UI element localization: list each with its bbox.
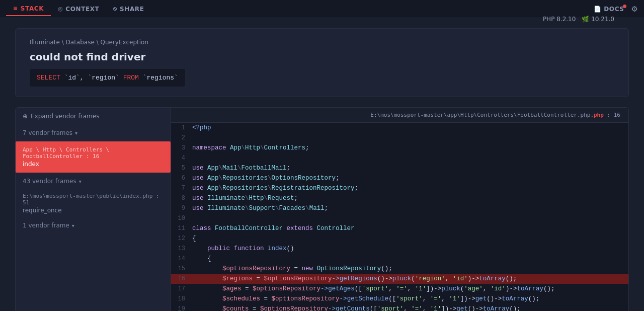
code-line: 3namespace App\Http\Controllers; [171, 143, 628, 153]
line-content [192, 218, 628, 219]
laravel-version: 🌿 10.21.0 [582, 16, 614, 23]
code-line: 8use Illuminate\Http\Request; [171, 193, 628, 203]
line-number: 14 [171, 255, 192, 262]
line-number: 17 [171, 285, 192, 292]
line-number: 6 [171, 175, 192, 182]
line-number: 10 [171, 215, 192, 222]
code-line: 6use App\Repositories\OptionsRepository; [171, 173, 628, 183]
code-body[interactable]: 1<?php23namespace App\Http\Controllers;4… [171, 123, 628, 311]
line-content: $ages = $optionsRepository->getAges(['sp… [192, 285, 628, 293]
frame3-path: E:\mos\mossport-master\public\index.php … [23, 193, 164, 206]
settings-button[interactable]: ⚙ [631, 5, 638, 14]
code-line: 2 [171, 133, 628, 143]
active-frame-path: App \ Http \ Controllers \ FootballContr… [23, 146, 164, 160]
line-number: 13 [171, 245, 192, 252]
line-content: $regions = $optionsRepository->getRegion… [192, 275, 628, 283]
exception-class: Illuminate \ Database \ QueryException [30, 39, 614, 46]
sql-from-keyword: FROM [123, 74, 139, 82]
code-line: 12{ [171, 234, 628, 244]
line-content: use App\Repositories\RegistrationReposit… [192, 184, 628, 192]
line-number: 15 [171, 265, 192, 272]
code-line: 11class FootballController extends Contr… [171, 223, 628, 234]
exception-message: could not find driver [30, 51, 614, 63]
line-number: 19 [171, 305, 192, 311]
code-line: 16 $regions = $optionsRepository->getReg… [171, 274, 628, 284]
sql-select-keyword: SELECT [37, 74, 60, 82]
line-number: 18 [171, 295, 192, 302]
line-number: 12 [171, 235, 192, 242]
code-line: 4 [171, 153, 628, 163]
code-line: 17 $ages = $optionsRepository->getAges([… [171, 284, 628, 294]
expand-icon: ⊕ [23, 113, 28, 120]
line-content: <?php [192, 124, 628, 132]
nav-right: 📄 DOCS ⚙ [594, 5, 638, 14]
code-line: 10 [171, 213, 628, 223]
line-content [192, 137, 628, 138]
version-info: PHP 8.2.10 🌿 10.21.0 [543, 16, 614, 23]
line-content: use Illuminate\Support\Facades\Mail; [192, 204, 628, 212]
code-line: 15 $optionsRepository = new OptionsRepos… [171, 264, 628, 274]
main-content: ⊕ Expand vendor frames 7 vendor frames ▾… [15, 107, 629, 311]
docs-button[interactable]: 📄 DOCS [594, 6, 624, 13]
vendor-group-1[interactable]: 7 vendor frames ▾ [16, 125, 171, 140]
nav-stack[interactable]: ≡ STACK [6, 2, 51, 16]
line-content [192, 158, 628, 159]
expand-vendor-frames[interactable]: ⊕ Expand vendor frames [16, 108, 171, 125]
error-panel: PHP 8.2.10 🌿 10.21.0 Illuminate \ Databa… [15, 28, 629, 97]
code-panel: E:\mos\mossport-master\app\Http\Controll… [171, 107, 629, 311]
code-line: 13 public function index() [171, 244, 628, 254]
active-frame[interactable]: App \ Http \ Controllers \ FootballContr… [16, 141, 171, 173]
code-file-path: E:\mos\mossport-master\app\Http\Controll… [171, 108, 628, 123]
chevron-down-icon-3: ▾ [72, 223, 74, 228]
line-number: 5 [171, 165, 192, 172]
line-number: 4 [171, 154, 192, 162]
nav-share[interactable]: ⎋ SHARE [106, 3, 151, 16]
active-frame-method: index [23, 161, 164, 168]
line-number: 2 [171, 134, 192, 141]
line-number: 1 [171, 124, 192, 131]
frame3-method: require_once [23, 207, 164, 214]
gear-icon: ⚙ [631, 5, 638, 14]
share-icon: ⎋ [113, 6, 117, 12]
line-content: use App\Repositories\OptionsRepository; [192, 174, 628, 182]
line-content: class FootballController extends Control… [192, 224, 628, 232]
frame-index-php[interactable]: E:\mos\mossport-master\public\index.php … [16, 189, 171, 218]
line-content: { [192, 235, 628, 243]
stack-panel: ⊕ Expand vendor frames 7 vendor frames ▾… [15, 107, 171, 311]
code-line: 14 { [171, 254, 628, 264]
line-number: 11 [171, 225, 192, 232]
php-version: PHP 8.2.10 [543, 16, 576, 23]
line-number: 8 [171, 195, 192, 202]
line-content: public function index() [192, 245, 628, 253]
line-content: $counts = $optionsRepository->getCounts(… [192, 305, 628, 311]
docs-notification-dot [623, 5, 626, 8]
code-line: 18 $schedules = $optionsRepository->getS… [171, 294, 628, 304]
leaf-icon: 🌿 [582, 16, 589, 23]
line-number: 7 [171, 185, 192, 192]
vendor-group-2[interactable]: 43 vendor frames ▾ [16, 174, 171, 189]
line-number: 9 [171, 205, 192, 212]
nav-context[interactable]: ◎ CONTEXT [51, 3, 106, 16]
code-line: 5use App\Mail\FootballMail; [171, 163, 628, 173]
code-line: 9use Illuminate\Support\Facades\Mail; [171, 203, 628, 213]
line-content: use App\Mail\FootballMail; [192, 164, 628, 172]
vendor-group-3[interactable]: 1 vendor frame ▾ [16, 218, 171, 233]
chevron-down-icon-2: ▾ [79, 179, 82, 184]
line-content: use Illuminate\Http\Request; [192, 194, 628, 202]
sql-query: SELECT `id`, `region` FROM `regions` [30, 69, 185, 87]
code-line: 7use App\Repositories\RegistrationReposi… [171, 183, 628, 193]
stack-icon: ≡ [13, 5, 18, 12]
code-line: 19 $counts = $optionsRepository->getCoun… [171, 304, 628, 311]
context-icon: ◎ [58, 6, 63, 12]
chevron-down-icon: ▾ [75, 130, 77, 136]
code-line: 1<?php [171, 123, 628, 133]
docs-icon: 📄 [594, 6, 602, 13]
line-number: 3 [171, 144, 192, 151]
line-content: $schedules = $optionsRepository->getSche… [192, 295, 628, 303]
line-content: { [192, 255, 628, 263]
line-content: namespace App\Http\Controllers; [192, 144, 628, 152]
nav-left: ≡ STACK ◎ CONTEXT ⎋ SHARE [6, 2, 151, 16]
line-number: 16 [171, 275, 192, 282]
line-content: $optionsRepository = new OptionsReposito… [192, 265, 628, 273]
